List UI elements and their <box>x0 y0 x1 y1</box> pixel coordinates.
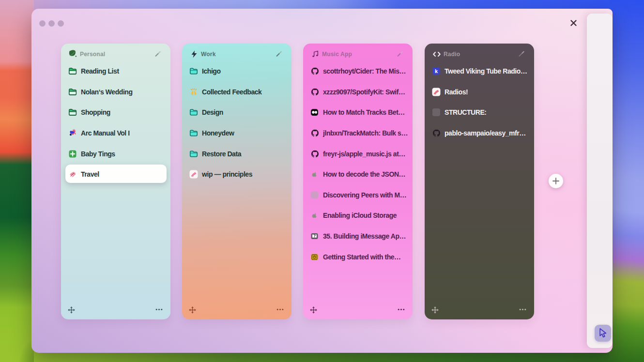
svg-text:k: k <box>435 68 438 74</box>
